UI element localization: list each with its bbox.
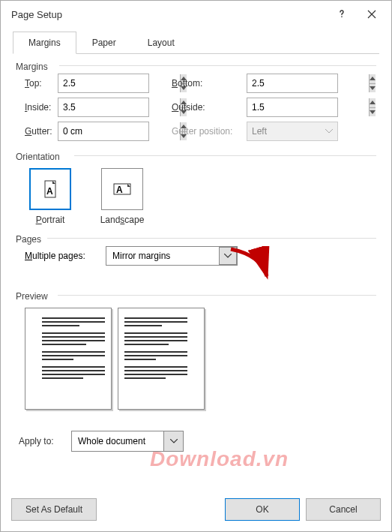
help-button[interactable] bbox=[327, 4, 357, 25]
set-default-button[interactable]: Set As Default bbox=[11, 498, 97, 521]
button-bar: Set As Default OK Cancel bbox=[1, 491, 391, 531]
outside-input[interactable] bbox=[247, 98, 369, 116]
preview-group-label: Preview bbox=[16, 291, 376, 302]
outside-up[interactable] bbox=[370, 98, 376, 108]
apply-to-value: Whole document bbox=[78, 436, 145, 446]
portrait-label: Portrait bbox=[36, 215, 65, 225]
margins-group-label: Margins bbox=[16, 62, 376, 72]
inside-label: Inside: bbox=[16, 102, 58, 113]
pages-group-label: Pages bbox=[16, 234, 376, 245]
page-setup-dialog: Page Setup Margins Paper Layout Margins … bbox=[0, 0, 392, 532]
tab-layout[interactable]: Layout bbox=[132, 32, 190, 54]
inside-input[interactable] bbox=[58, 98, 180, 116]
cancel-button[interactable]: Cancel bbox=[306, 498, 381, 521]
svg-text:A: A bbox=[116, 185, 123, 195]
preview-area bbox=[16, 303, 376, 410]
bottom-up[interactable] bbox=[370, 74, 376, 84]
tab-margins[interactable]: Margins bbox=[13, 32, 76, 54]
top-label: Top: bbox=[16, 78, 58, 89]
portrait-option[interactable]: A Portrait bbox=[25, 168, 76, 225]
close-button[interactable] bbox=[357, 4, 387, 25]
svg-text:A: A bbox=[46, 186, 53, 197]
chevron-down-icon bbox=[325, 129, 333, 134]
multiple-pages-label: Multiple pages: bbox=[25, 251, 106, 261]
landscape-label: Landscape bbox=[100, 215, 145, 225]
inside-spin[interactable] bbox=[58, 98, 149, 117]
bottom-down[interactable] bbox=[370, 84, 376, 93]
chevron-down-icon bbox=[163, 431, 183, 451]
gutter-input[interactable] bbox=[58, 122, 180, 140]
orientation-group-label: Orientation bbox=[16, 152, 376, 162]
multiple-pages-select[interactable]: Mirror margins bbox=[106, 246, 238, 266]
ok-button[interactable]: OK bbox=[225, 498, 300, 521]
landscape-icon: A bbox=[101, 168, 143, 210]
landscape-option[interactable]: A Landscape bbox=[97, 168, 148, 225]
top-spin[interactable] bbox=[58, 74, 149, 93]
gutter-pos-label: Gutter position: bbox=[172, 126, 247, 137]
bottom-label: Bottom: bbox=[172, 78, 247, 89]
dialog-title: Page Setup bbox=[11, 9, 327, 20]
preview-page-right bbox=[118, 308, 205, 410]
portrait-icon: A bbox=[29, 168, 71, 210]
outside-spin[interactable] bbox=[247, 98, 338, 117]
preview-page-left bbox=[25, 308, 112, 410]
help-icon bbox=[337, 10, 346, 19]
outside-down[interactable] bbox=[370, 108, 376, 117]
gutter-pos-select: Left bbox=[247, 122, 338, 141]
top-input[interactable] bbox=[58, 74, 180, 92]
gutter-label: Gutter: bbox=[16, 126, 58, 137]
tab-strip: Margins Paper Layout bbox=[13, 31, 379, 54]
bottom-input[interactable] bbox=[247, 74, 369, 92]
gutter-spin[interactable] bbox=[58, 122, 149, 141]
close-icon bbox=[367, 10, 376, 19]
gutter-pos-value: Left bbox=[252, 126, 267, 137]
tab-paper[interactable]: Paper bbox=[76, 32, 132, 54]
bottom-spin[interactable] bbox=[247, 74, 338, 93]
titlebar: Page Setup bbox=[1, 1, 391, 28]
chevron-down-icon bbox=[219, 247, 237, 265]
apply-to-label: Apply to: bbox=[19, 436, 71, 446]
outside-label: Outside: bbox=[172, 102, 247, 113]
apply-to-select[interactable]: Whole document bbox=[71, 431, 184, 452]
multiple-pages-value: Mirror margins bbox=[112, 251, 170, 261]
